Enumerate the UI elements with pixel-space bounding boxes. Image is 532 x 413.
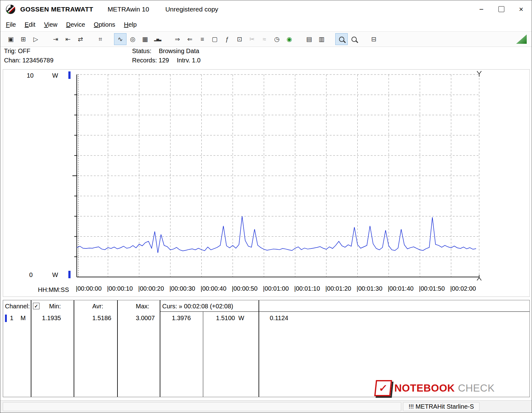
- print-setup-icon: ▥: [319, 35, 325, 43]
- monitor-icon: ▢: [212, 35, 218, 43]
- print-icon: ▤: [306, 35, 312, 43]
- zoom-time-icon: [339, 37, 344, 42]
- toolbar-group: ⇒⇐≡▢ƒ⊡✂≈◷◉: [171, 33, 296, 45]
- records-count: Records: 129: [132, 57, 169, 64]
- toolbar-device-receive-button[interactable]: ⇐: [184, 33, 196, 45]
- toolbar-zoom-time-button[interactable]: [335, 33, 348, 45]
- titlebar: GOSSEN METRAWATT METRAwin 10 Unregistere…: [0, 0, 532, 18]
- close-button[interactable]: ×: [511, 1, 531, 18]
- table-divider: [117, 300, 118, 397]
- menu-item-device[interactable]: Device: [62, 21, 89, 28]
- acquisition-info: Trig: OFF Chan: 123456789 Status: Browsi…: [0, 46, 532, 69]
- titlebar-license-status: Unregistered copy: [165, 6, 218, 13]
- histogram-icon: ▂▅▃: [154, 37, 161, 41]
- gossen-metrawatt-logo-icon: [5, 4, 17, 15]
- zoom-inspect-icon: [351, 37, 357, 42]
- toolbar-open-button[interactable]: ▷: [30, 33, 42, 45]
- cursor-handle-icon[interactable]: [477, 71, 481, 77]
- annotation-icon: ⊟: [371, 35, 377, 43]
- trigger-status: Trig: OFF: [4, 48, 30, 55]
- max-value: 3.0007: [136, 315, 155, 322]
- power-series-line: [77, 216, 476, 253]
- toolbar-group: ∿◎▦▂▅▃: [114, 33, 164, 45]
- menu-item-help[interactable]: Help: [120, 21, 141, 28]
- resize-grip-icon: [516, 34, 527, 44]
- toolbar-memory-recall-button[interactable]: ⇤: [62, 33, 74, 45]
- avr-value: 1.5186: [92, 315, 111, 322]
- x-tick-label: |00:02:00: [450, 285, 476, 292]
- cursor-delta-value: 0.1124: [270, 315, 288, 322]
- memory-recall-icon: ⇤: [66, 35, 71, 43]
- toolbar-print-button[interactable]: ▤: [303, 33, 315, 45]
- toolbar-histogram-button[interactable]: ▂▅▃: [151, 33, 164, 45]
- toolbar-cut-samples-button[interactable]: ✂: [246, 33, 258, 45]
- toolbar-waveform-button[interactable]: ≈: [258, 33, 271, 45]
- check-icon: ✓: [34, 303, 38, 309]
- toolbar-meter-clock-button[interactable]: ◷: [271, 33, 283, 45]
- toolbar-numeric-display-button[interactable]: ⌗: [94, 33, 107, 45]
- menu-item-file[interactable]: File: [2, 21, 20, 28]
- x-tick-label: |00:00:20: [138, 285, 164, 292]
- toolbar-group: ⌗: [94, 33, 107, 45]
- maximize-icon: [498, 6, 504, 12]
- menu-item-edit[interactable]: Edit: [20, 21, 39, 28]
- menu-item-options[interactable]: Options: [89, 21, 120, 28]
- toolbar-formula-button[interactable]: ƒ: [221, 33, 233, 45]
- numeric-display-icon: ⌗: [99, 36, 102, 43]
- x-tick-label: |00:00:50: [232, 285, 258, 292]
- channel-color-marker-top: [68, 71, 71, 79]
- toolbar-device-send-button[interactable]: ⇒: [171, 33, 184, 45]
- connected-device-segment: !!! METRAHit Starline-S: [403, 402, 479, 411]
- x-tick-label: |00:01:50: [419, 285, 445, 292]
- toolbar-data-table-button[interactable]: ▦: [139, 33, 151, 45]
- channel-color-marker: [5, 315, 7, 322]
- channel-number: 1: [10, 315, 13, 322]
- maximize-button[interactable]: [491, 1, 511, 18]
- window-controls: − ×: [471, 0, 531, 18]
- toolbar-chart-yt-button[interactable]: ∿: [114, 33, 126, 45]
- status-value: Browsing Data: [159, 48, 199, 55]
- channel-memory-flag: M: [21, 315, 26, 322]
- toolbar-annotation-button[interactable]: ⊟: [368, 33, 380, 45]
- chart-panel: 10 W 0 W HH:MM:SS |00:00:00|00:00:10|00:…: [3, 69, 530, 297]
- interval-timer-icon: ◉: [287, 35, 292, 43]
- channel-color-marker-bottom: [68, 271, 71, 278]
- toolbar-group: ▣⊞▷: [5, 33, 42, 45]
- table-divider: [160, 300, 160, 397]
- x-tick-label: |00:01:20: [325, 285, 351, 292]
- toolbar-memory-transfer-button[interactable]: ⇄: [74, 33, 87, 45]
- statusbar-message-segment: [3, 402, 401, 411]
- meter-clock-icon: ◷: [274, 35, 279, 43]
- app-window: GOSSEN METRAWATT METRAwin 10 Unregistere…: [0, 0, 532, 413]
- minimize-button[interactable]: −: [471, 1, 491, 18]
- toolbar-print-setup-button[interactable]: ▥: [315, 33, 328, 45]
- notebookcheck-logo-icon: ✓: [374, 380, 392, 396]
- status-label: Status:: [132, 48, 151, 55]
- toolbar-memory-store-button[interactable]: ⇥: [49, 33, 62, 45]
- y-axis-unit-bottom: W: [52, 271, 58, 279]
- notebookcheck-watermark: ✓ NOTEBOOKCHECK: [375, 378, 495, 398]
- toolbar-logger-settings-button[interactable]: ≡: [196, 33, 209, 45]
- channel-visibility-checkbox[interactable]: ✓: [33, 303, 39, 309]
- toolbar-save-button[interactable]: ▣: [5, 33, 17, 45]
- min-value: 1.1935: [42, 315, 61, 322]
- device-send-icon: ⇒: [175, 35, 180, 43]
- toolbar-zoom-inspect-button[interactable]: [348, 33, 360, 45]
- power-chart[interactable]: [77, 75, 479, 277]
- titlebar-brand: GOSSEN METRAWATT: [20, 6, 93, 13]
- menu-item-view[interactable]: View: [40, 21, 62, 28]
- toolbar-monitor-button[interactable]: ▢: [209, 33, 221, 45]
- save-as-icon: ⊞: [21, 35, 26, 43]
- cut-samples-icon: ✂: [250, 35, 255, 43]
- watermark-text-bold: NOTEBOOK: [394, 382, 455, 394]
- cursor-handle-icon[interactable]: [477, 275, 481, 280]
- header-avr: Avr:: [92, 303, 103, 310]
- plot-area[interactable]: [77, 75, 479, 277]
- x-tick-label: |00:01:30: [356, 285, 382, 292]
- memory-transfer-icon: ⇄: [78, 35, 83, 43]
- toolbar-chart-xy-button[interactable]: ◎: [126, 33, 139, 45]
- device-memory-icon: ⊡: [237, 35, 242, 43]
- toolbar-save-as-button[interactable]: ⊞: [17, 33, 30, 45]
- toolbar-interval-timer-button[interactable]: ◉: [283, 33, 296, 45]
- toolbar-device-memory-button[interactable]: ⊡: [233, 33, 246, 45]
